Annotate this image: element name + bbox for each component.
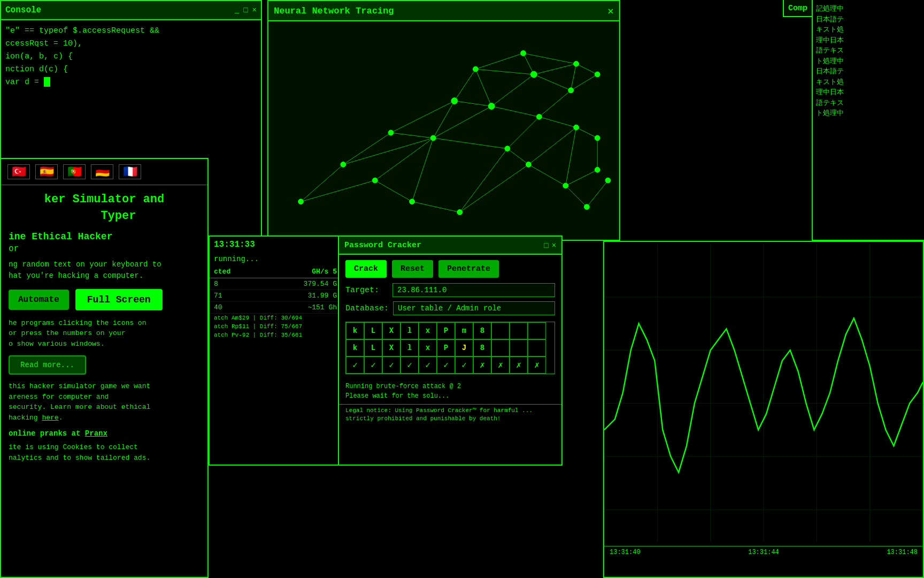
svg-line-26 xyxy=(507,117,539,148)
chart-time-2: 13:31:44 xyxy=(748,549,779,556)
pranx-link[interactable]: Pranx xyxy=(85,429,107,438)
cell-1-11 xyxy=(528,322,546,339)
chart-window: 13:31:40 13:31:44 13:31:48 xyxy=(603,241,924,578)
console-line-4: nction d(c) { xyxy=(5,63,257,76)
stats-left-2: 71 xyxy=(214,292,222,300)
readmore-button[interactable]: Read more... xyxy=(9,355,86,375)
pw-grid: k L X l x P m 8 k L X l x P J 8 ✓ ✓ xyxy=(345,322,555,374)
stats-left-3: 40 xyxy=(214,303,222,311)
sidebar-panel: 🇹🇷 🇪🇸 🇵🇹 🇩🇪 🇫🇷 ker Simulator and Typer i… xyxy=(0,158,209,578)
cell-1-10 xyxy=(510,322,528,339)
cell-1-6: P xyxy=(437,322,455,339)
cell-1-2: L xyxy=(364,322,382,339)
neural-canvas xyxy=(268,21,619,240)
target-row: Target: xyxy=(339,281,561,299)
svg-line-30 xyxy=(566,127,576,186)
cell-3-8: ✗ xyxy=(473,356,491,374)
cell-2-6: P xyxy=(437,339,455,356)
svg-line-6 xyxy=(391,101,455,133)
database-input[interactable] xyxy=(393,301,555,315)
svg-line-8 xyxy=(433,106,491,138)
flag-france[interactable]: 🇫🇷 xyxy=(119,164,141,179)
chart-time-3: 13:31:48 xyxy=(887,549,918,556)
flag-portugal[interactable]: 🇵🇹 xyxy=(63,164,86,179)
cell-3-1: ✓ xyxy=(346,356,364,374)
svg-point-57 xyxy=(568,88,574,93)
svg-point-55 xyxy=(536,114,542,119)
cell-3-9: ✗ xyxy=(491,356,510,374)
svg-line-2 xyxy=(343,133,391,164)
cell-2-3: X xyxy=(382,339,401,356)
svg-point-54 xyxy=(530,71,537,78)
cell-2-11 xyxy=(528,339,546,356)
close-button[interactable]: × xyxy=(252,6,257,14)
chart-svg xyxy=(604,242,923,543)
stats-time: 13:31:33 xyxy=(210,237,341,253)
cell-3-4: ✓ xyxy=(401,356,419,374)
cell-1-7: m xyxy=(455,322,473,339)
pw-title: Password Cracker xyxy=(344,241,421,250)
penetrate-button[interactable]: Penetrate xyxy=(438,260,499,278)
cell-3-2: ✓ xyxy=(364,356,382,374)
svg-point-64 xyxy=(605,178,611,183)
stats-panel: 13:31:33 running... cted GH/s 5 8 379.54… xyxy=(209,235,342,466)
pw-button-row: Crack Reset Penetrate xyxy=(339,255,561,281)
console-line-5: var d = xyxy=(5,76,257,89)
svg-point-48 xyxy=(457,210,463,215)
svg-point-50 xyxy=(488,103,495,110)
neural-title: Neural Network Tracing xyxy=(274,6,394,16)
neural-network-svg xyxy=(268,21,619,240)
flag-spain[interactable]: 🇪🇸 xyxy=(35,164,58,179)
match-row-3: atch Pv-92 | Diff: 35/661 xyxy=(210,331,341,339)
target-input[interactable] xyxy=(392,283,555,297)
svg-line-35 xyxy=(412,138,434,202)
neural-close-button[interactable]: × xyxy=(607,4,614,17)
console-controls: _ □ × xyxy=(235,6,257,14)
minimize-button[interactable]: _ xyxy=(235,6,239,14)
cell-3-7: ✓ xyxy=(455,356,473,374)
pw-minimize-btn[interactable]: □ xyxy=(544,241,548,249)
svg-line-18 xyxy=(534,64,576,74)
automate-button[interactable]: Automate xyxy=(9,290,69,310)
svg-line-14 xyxy=(491,106,539,117)
console-line-3: ion(a, b, c) { xyxy=(5,50,257,63)
jp-panel: 記処理中日本語テキスト処理中日本語テキスト処理中日本語テキスト処理中日本語テキス… xyxy=(812,0,924,241)
maximize-button[interactable]: □ xyxy=(243,6,248,14)
svg-line-3 xyxy=(343,138,433,165)
cell-2-9 xyxy=(491,339,510,356)
svg-point-42 xyxy=(341,162,346,167)
flag-turkey[interactable]: 🇹🇷 xyxy=(7,164,30,179)
fullscreen-button[interactable]: Full Screen xyxy=(75,289,163,310)
sidebar-bottom-text: ite is using Cookies to collectnalytics … xyxy=(1,440,207,465)
flag-germany[interactable]: 🇩🇪 xyxy=(91,164,113,179)
svg-line-1 xyxy=(301,180,375,202)
crack-button[interactable]: Crack xyxy=(345,260,387,278)
svg-line-22 xyxy=(576,64,598,74)
cell-1-8: 8 xyxy=(473,322,491,339)
cell-3-10: ✗ xyxy=(510,356,528,374)
svg-point-59 xyxy=(574,125,579,130)
stats-row-1: 8 379.54 G xyxy=(210,278,341,290)
svg-line-28 xyxy=(528,127,576,164)
stats-right-3: ~151 Gh xyxy=(307,303,337,311)
cell-2-10 xyxy=(510,339,528,356)
svg-point-51 xyxy=(505,146,510,151)
readmore-container: Read more... xyxy=(1,351,207,379)
grid-row-2: k L X l x P J 8 xyxy=(346,339,555,356)
pw-close-btn[interactable]: × xyxy=(552,241,556,249)
here-link[interactable]: here xyxy=(42,414,58,422)
col-ghs: GH/s 5 xyxy=(312,268,337,276)
console-title: Console xyxy=(5,5,41,15)
svg-point-61 xyxy=(595,72,600,77)
svg-point-58 xyxy=(574,61,579,66)
svg-point-44 xyxy=(388,130,394,135)
cursor xyxy=(44,77,50,87)
pw-status-line1: Running brute-force attack @ 2 xyxy=(345,382,555,391)
cell-3-3: ✓ xyxy=(382,356,401,374)
cell-3-11: ✗ xyxy=(528,356,546,374)
svg-point-46 xyxy=(430,135,436,141)
svg-point-60 xyxy=(584,204,589,210)
svg-point-53 xyxy=(526,162,531,167)
reset-button[interactable]: Reset xyxy=(392,260,433,278)
svg-line-4 xyxy=(375,138,433,180)
